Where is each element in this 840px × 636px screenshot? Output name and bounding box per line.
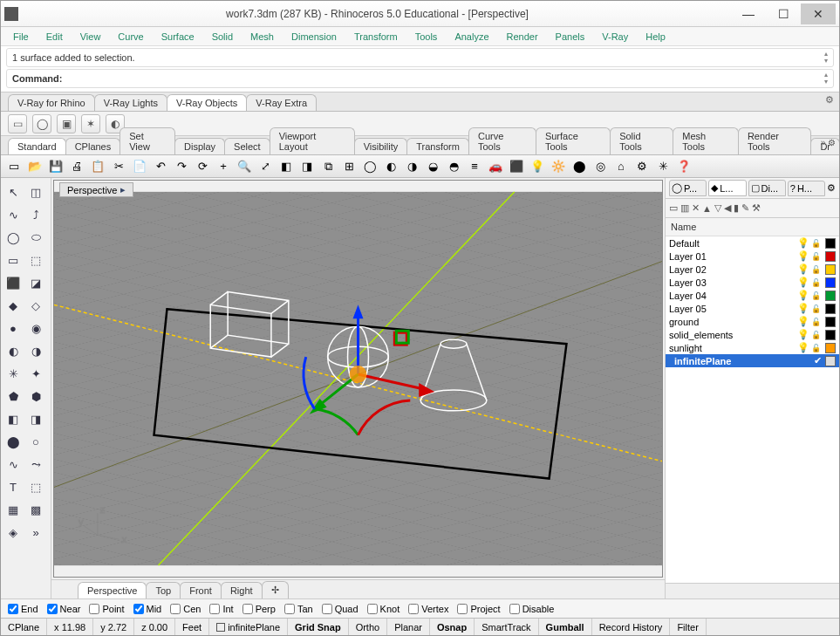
lefttool-20[interactable]: ◧ bbox=[3, 408, 24, 429]
bulb-icon[interactable]: 💡 bbox=[797, 342, 808, 353]
box-icon[interactable]: ▣ bbox=[57, 114, 76, 133]
layer-row[interactable]: Layer 05💡🔓 bbox=[666, 302, 839, 315]
plane-icon[interactable]: ▭ bbox=[8, 114, 27, 133]
color-swatch[interactable] bbox=[825, 264, 836, 275]
layer-row[interactable]: Layer 04💡🔓 bbox=[666, 289, 839, 302]
delete-layer-icon[interactable]: ✕ bbox=[692, 202, 700, 214]
lefttool-16[interactable]: ✳ bbox=[3, 363, 24, 384]
menu-view[interactable]: View bbox=[73, 30, 108, 44]
close-button[interactable]: ✕ bbox=[801, 3, 836, 24]
toolbar-btn-6[interactable]: 📄 bbox=[130, 157, 149, 176]
toolbar-btn-24[interactable]: ⬛ bbox=[507, 157, 526, 176]
color-swatch[interactable] bbox=[825, 317, 836, 327]
menu-curve[interactable]: Curve bbox=[111, 30, 150, 44]
osnap-disable[interactable]: Disable bbox=[509, 604, 555, 614]
lock-icon[interactable]: 🔓 bbox=[811, 239, 822, 248]
lefttool-18[interactable]: ⬟ bbox=[3, 386, 24, 407]
toolbar-btn-28[interactable]: ◎ bbox=[591, 157, 610, 176]
lefttool-14[interactable]: ◐ bbox=[3, 340, 24, 361]
tooltab-8[interactable]: Curve Tools bbox=[468, 127, 536, 154]
osnap-end[interactable]: End bbox=[8, 604, 38, 614]
lefttool-4[interactable]: ◯ bbox=[3, 227, 24, 248]
right-tab-0[interactable]: ◯P... bbox=[669, 180, 707, 196]
command-input[interactable] bbox=[67, 73, 819, 84]
right-tab-3[interactable]: ?H... bbox=[788, 181, 825, 196]
color-swatch[interactable] bbox=[825, 330, 836, 340]
toolbar-btn-21[interactable]: ◓ bbox=[444, 157, 463, 176]
toolbar-btn-27[interactable]: ⬤ bbox=[570, 157, 589, 176]
check-icon[interactable]: ✔ bbox=[814, 355, 822, 366]
osnap-knot[interactable]: Knot bbox=[367, 604, 400, 614]
add-view-tab[interactable]: ✢ bbox=[262, 581, 289, 598]
toolbar-btn-23[interactable]: 🚗 bbox=[486, 157, 505, 176]
toolbar-btn-17[interactable]: ◯ bbox=[360, 157, 379, 176]
lefttool-12[interactable]: ● bbox=[3, 318, 24, 339]
menu-transform[interactable]: Transform bbox=[347, 30, 405, 44]
status-layer[interactable]: infinitePlane bbox=[209, 619, 288, 635]
bulb-icon[interactable]: 💡 bbox=[797, 277, 808, 288]
new-sublayer-icon[interactable]: ▥ bbox=[680, 202, 689, 214]
lock-icon[interactable]: 🔓 bbox=[811, 278, 822, 287]
lefttool-15[interactable]: ◑ bbox=[25, 340, 46, 361]
toolbar-btn-0[interactable]: ▭ bbox=[4, 157, 24, 176]
lefttool-27[interactable]: ⬚ bbox=[25, 476, 46, 497]
vray-tab-3[interactable]: V-Ray Extra bbox=[246, 94, 317, 111]
vray-tab-2[interactable]: V-Ray Objects bbox=[167, 94, 247, 111]
view-tab-front[interactable]: Front bbox=[180, 582, 222, 598]
lock-icon[interactable]: 🔓 bbox=[811, 304, 822, 313]
lock-icon[interactable]: 🔓 bbox=[811, 252, 822, 261]
viewport-label[interactable]: Perspective ▸ bbox=[59, 182, 133, 197]
left-icon[interactable]: ◀ bbox=[724, 202, 731, 214]
color-swatch[interactable] bbox=[825, 343, 836, 353]
toolbar-btn-9[interactable]: ⟳ bbox=[193, 157, 212, 176]
hammer-icon[interactable]: ⚒ bbox=[752, 202, 761, 214]
layer-row[interactable]: Layer 01💡🔓 bbox=[666, 250, 839, 263]
layer-row[interactable]: Layer 02💡🔓 bbox=[666, 263, 839, 276]
view-tab-perspective[interactable]: Perspective bbox=[78, 582, 147, 598]
filter-icon[interactable]: ▮ bbox=[734, 202, 739, 214]
tooltab-1[interactable]: CPlanes bbox=[65, 138, 121, 154]
lefttool-8[interactable]: ⬛ bbox=[3, 272, 24, 293]
menu-dimension[interactable]: Dimension bbox=[284, 30, 344, 44]
tooltab-11[interactable]: Mesh Tools bbox=[673, 127, 739, 154]
toolbar-btn-25[interactable]: 💡 bbox=[528, 157, 547, 176]
color-swatch[interactable] bbox=[825, 251, 836, 262]
lock-icon[interactable]: 🔓 bbox=[811, 331, 822, 339]
lefttool-28[interactable]: ▦ bbox=[3, 499, 24, 520]
vray-tab-0[interactable]: V-Ray for Rhino bbox=[8, 94, 95, 111]
osnap-point[interactable]: Point bbox=[89, 604, 124, 614]
view-tab-right[interactable]: Right bbox=[221, 582, 263, 598]
layer-row[interactable]: Default💡🔓 bbox=[666, 236, 839, 250]
right-tab-2[interactable]: ▢Di... bbox=[748, 180, 786, 196]
lefttool-23[interactable]: ○ bbox=[25, 431, 46, 452]
bulb-icon[interactable]: 💡 bbox=[797, 237, 808, 249]
history-scroll[interactable]: ▴▾ bbox=[824, 51, 828, 65]
osnap-int[interactable]: Int bbox=[209, 604, 233, 614]
fur-icon[interactable]: ✶ bbox=[81, 114, 100, 133]
layer-row[interactable]: Layer 03💡🔓 bbox=[666, 276, 839, 289]
lefttool-26[interactable]: T bbox=[3, 476, 24, 497]
bulb-icon[interactable]: 💡 bbox=[797, 316, 808, 327]
lefttool-6[interactable]: ▭ bbox=[3, 250, 24, 270]
status-toggle-osnap[interactable]: Osnap bbox=[430, 619, 475, 635]
color-swatch[interactable] bbox=[825, 356, 836, 366]
sphere-icon[interactable]: ◯ bbox=[32, 114, 51, 133]
toolbar-btn-4[interactable]: 📋 bbox=[88, 157, 107, 176]
lefttool-17[interactable]: ✦ bbox=[25, 363, 46, 384]
toolbar-btn-20[interactable]: ◒ bbox=[423, 157, 442, 176]
osnap-tan[interactable]: Tan bbox=[284, 604, 313, 614]
toolbar-btn-16[interactable]: ⊞ bbox=[339, 157, 359, 176]
lefttool-25[interactable]: ⤳ bbox=[25, 454, 46, 475]
lefttool-29[interactable]: ▩ bbox=[25, 499, 46, 520]
color-swatch[interactable] bbox=[825, 304, 836, 314]
layer-row[interactable]: solid_elements💡🔓 bbox=[666, 328, 839, 341]
lock-icon[interactable]: 🔓 bbox=[811, 344, 822, 352]
move-up-icon[interactable]: ▲ bbox=[702, 203, 712, 214]
menu-analyze[interactable]: Analyze bbox=[447, 30, 495, 44]
vray-tab-1[interactable]: V-Ray Lights bbox=[94, 94, 167, 111]
lock-icon[interactable]: 🔓 bbox=[811, 318, 822, 326]
toolbar-btn-32[interactable]: ❓ bbox=[674, 157, 693, 176]
osnap-quad[interactable]: Quad bbox=[322, 604, 359, 614]
status-toggle-ortho[interactable]: Ortho bbox=[349, 619, 388, 635]
lefttool-19[interactable]: ⬢ bbox=[25, 386, 46, 407]
